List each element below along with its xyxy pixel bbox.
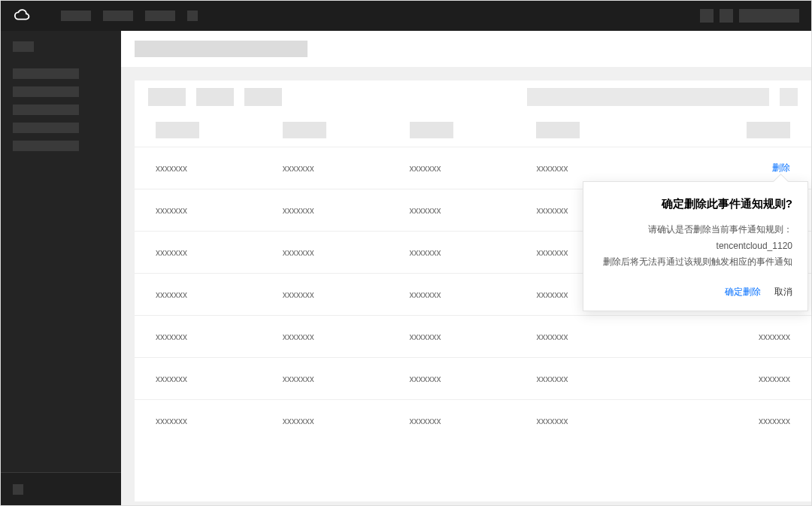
cell: xxxxxxx — [283, 332, 410, 342]
main-area: xxxxxxx xxxxxxx xxxxxxx xxxxxxx 删除 确定删除此… — [121, 31, 811, 505]
topbar-user[interactable] — [739, 9, 799, 23]
delete-link[interactable]: 删除 — [772, 162, 790, 173]
nav-item[interactable] — [61, 11, 91, 21]
cell: xxxxxxx — [156, 205, 283, 216]
cell: xxxxxxx — [663, 416, 790, 426]
table-row: xxxxxxx xxxxxxx xxxxxxx xxxxxxx xxxxxxx — [135, 315, 811, 357]
cell: xxxxxxx — [156, 332, 283, 342]
cancel-button[interactable]: 取消 — [774, 286, 792, 298]
cell: xxxxxxx — [410, 416, 537, 426]
popover-body-line: 请确认是否删除当前事件通知规则：tencentcloud_1120 — [598, 222, 792, 254]
page-header — [121, 31, 811, 67]
cell: xxxxxxx — [283, 416, 410, 426]
sidebar-item[interactable] — [13, 105, 79, 115]
topbar-icon[interactable] — [720, 9, 733, 23]
cell: xxxxxxx — [536, 163, 663, 174]
toolbar-button[interactable] — [244, 88, 282, 106]
popover-body-line: 删除后将无法再通过该规则触发相应的事件通知 — [598, 254, 792, 271]
column-header — [283, 122, 326, 138]
table-row: xxxxxxx xxxxxxx xxxxxxx xxxxxxx 删除 确定删除此… — [135, 147, 811, 189]
nav-item[interactable] — [187, 11, 198, 21]
cell: xxxxxxx — [283, 163, 410, 174]
cell: xxxxxxx — [156, 163, 283, 174]
cell: xxxxxxx — [536, 374, 663, 384]
toolbar-icon[interactable] — [780, 88, 798, 106]
cell: xxxxxxx — [410, 374, 537, 384]
cell: xxxxxxx — [156, 416, 283, 426]
cell: xxxxxxx — [410, 163, 537, 174]
toolbar-button[interactable] — [148, 88, 186, 106]
top-nav — [1, 1, 811, 31]
cell: xxxxxxx — [410, 205, 537, 216]
toolbar — [135, 80, 811, 114]
cell: xxxxxxx — [410, 247, 537, 258]
content-panel: xxxxxxx xxxxxxx xxxxxxx xxxxxxx 删除 确定删除此… — [135, 80, 811, 501]
cell: xxxxxxx — [156, 374, 283, 384]
cell: xxxxxxx — [663, 374, 790, 384]
topbar-icon[interactable] — [700, 9, 714, 23]
sidebar-item[interactable] — [13, 141, 79, 151]
cell: xxxxxxx — [283, 205, 410, 216]
toolbar-button[interactable] — [196, 88, 234, 106]
column-header — [747, 122, 790, 138]
cell: xxxxxxx — [156, 247, 283, 258]
sidebar-item[interactable] — [13, 123, 79, 133]
page-title — [135, 41, 308, 57]
table-header-row — [135, 114, 811, 147]
cell: xxxxxxx — [410, 289, 537, 300]
cell: xxxxxxx — [536, 416, 663, 426]
cell: xxxxxxx — [410, 332, 537, 342]
column-header — [156, 122, 199, 138]
cell: xxxxxxx — [536, 332, 663, 342]
nav-item[interactable] — [103, 11, 133, 21]
sidebar — [1, 31, 121, 505]
rules-table: xxxxxxx xxxxxxx xxxxxxx xxxxxxx 删除 确定删除此… — [135, 114, 811, 441]
sidebar-footer — [1, 472, 121, 505]
table-row: xxxxxxx xxxxxxx xxxxxxx xxxxxxx xxxxxxx — [135, 399, 811, 441]
sidebar-item[interactable] — [13, 68, 79, 79]
sidebar-heading — [13, 41, 34, 52]
confirm-delete-button[interactable]: 确定删除 — [725, 286, 761, 298]
sidebar-collapse-icon[interactable] — [13, 484, 23, 495]
table-row: xxxxxxx xxxxxxx xxxxxxx xxxxxxx xxxxxxx — [135, 357, 811, 399]
search-input[interactable] — [527, 88, 769, 106]
cloud-logo-icon[interactable] — [13, 7, 31, 25]
column-header — [536, 122, 580, 138]
cell: xxxxxxx — [283, 289, 410, 300]
confirm-delete-popover: 确定删除此事件通知规则? 请确认是否删除当前事件通知规则：tencentclou… — [583, 181, 808, 311]
cell: xxxxxxx — [283, 247, 410, 258]
popover-title: 确定删除此事件通知规则? — [598, 197, 792, 211]
column-header — [410, 122, 453, 138]
nav-item[interactable] — [145, 11, 175, 21]
cell: xxxxxxx — [156, 289, 283, 300]
cell: xxxxxxx — [283, 374, 410, 384]
sidebar-item[interactable] — [13, 86, 79, 97]
cell: xxxxxxx — [663, 332, 790, 342]
